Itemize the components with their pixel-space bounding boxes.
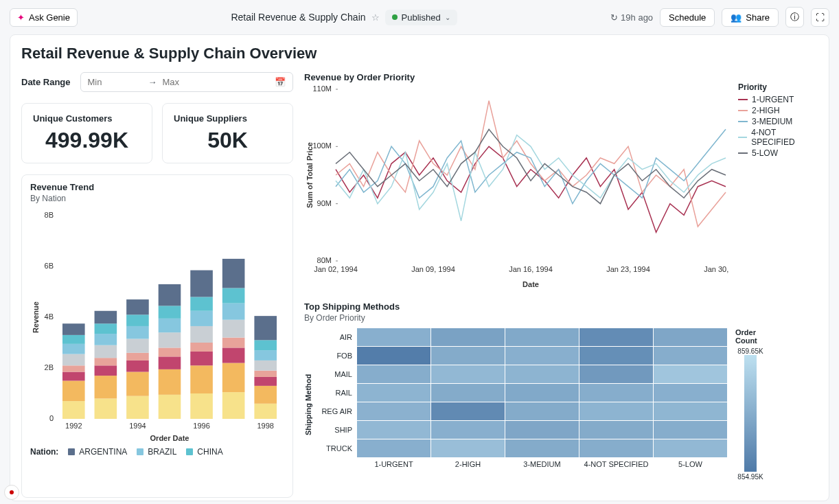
heat-cell[interactable]: [431, 384, 505, 402]
heat-cell[interactable]: [357, 328, 430, 346]
legend-item[interactable]: 4-NOT SPECIFIED: [738, 128, 818, 147]
svg-text:1992: 1992: [65, 422, 82, 430]
color-scale: Order Count 859.65K 854.95K: [735, 328, 766, 481]
svg-rect-6: [62, 401, 85, 419]
svg-rect-40: [190, 352, 213, 365]
calendar-icon[interactable]: 📅: [275, 77, 286, 87]
color-scale-max: 859.65K: [735, 347, 766, 355]
info-button[interactable]: ⓘ: [785, 7, 804, 27]
svg-rect-22: [126, 396, 149, 419]
heat-cell[interactable]: [431, 402, 505, 420]
svg-text:1994: 1994: [129, 422, 146, 430]
heat-cell[interactable]: [579, 402, 653, 420]
shipping-methods-chart: Top Shipping Methods By Order Priority S…: [304, 301, 818, 481]
legend-item[interactable]: ARGENTINA: [68, 447, 127, 457]
refresh-icon: ↻: [610, 12, 618, 23]
heat-cell[interactable]: [357, 421, 430, 439]
svg-rect-48: [222, 347, 245, 363]
legend-item[interactable]: 5-LOW: [738, 148, 818, 158]
svg-rect-46: [222, 392, 245, 419]
revenue-by-priority-chart: Revenue by Order Priority 80M90M100M110M…: [304, 72, 818, 290]
star-icon[interactable]: ☆: [371, 12, 380, 23]
heat-cell[interactable]: [431, 347, 505, 365]
schedule-button[interactable]: Schedule: [660, 8, 715, 27]
legend-item[interactable]: 1-URGENT: [738, 95, 818, 104]
heat-cell[interactable]: [505, 384, 579, 402]
heat-cell[interactable]: [579, 365, 653, 383]
date-range-input[interactable]: → 📅: [80, 72, 293, 92]
svg-text:Jan 16, 1994: Jan 16, 1994: [509, 265, 553, 273]
heat-cell[interactable]: [357, 347, 430, 365]
revenue-priority-plot[interactable]: 80M90M100M110MSum of Total PriceJan 02, …: [304, 82, 730, 290]
heat-cell[interactable]: [505, 402, 579, 420]
legend-line-icon: [738, 137, 747, 138]
legend-line-icon: [738, 152, 748, 154]
heat-cell[interactable]: [357, 439, 430, 457]
svg-rect-21: [95, 311, 117, 324]
heat-row-label: FOB: [315, 352, 356, 360]
legend-line-icon: [738, 110, 748, 111]
legend-item[interactable]: CHINA: [186, 447, 222, 457]
svg-rect-43: [190, 311, 213, 326]
svg-rect-41: [190, 343, 213, 352]
heat-cell[interactable]: [654, 347, 727, 365]
heat-cell[interactable]: [505, 439, 579, 457]
date-min-field[interactable]: [88, 77, 143, 87]
legend-item[interactable]: 3-MEDIUM: [738, 117, 818, 126]
svg-rect-12: [62, 335, 85, 344]
heat-cell[interactable]: [357, 365, 430, 383]
priority-legend: Priority 1-URGENT 2-HIGH 3-MEDIUM 4-NOT …: [738, 82, 818, 290]
svg-rect-55: [254, 386, 277, 404]
heat-cell[interactable]: [505, 365, 579, 383]
heat-cell[interactable]: [579, 439, 653, 457]
heat-cell[interactable]: [654, 421, 727, 439]
kpi-suppliers-value: 50K: [174, 128, 281, 153]
heat-cell[interactable]: [654, 439, 727, 457]
heat-cell[interactable]: [357, 384, 430, 402]
heat-cell[interactable]: [579, 347, 653, 365]
heat-cell[interactable]: [505, 421, 579, 439]
status-dropdown[interactable]: Published ⌄: [385, 10, 457, 25]
heat-row-label: MAIL: [315, 370, 356, 378]
svg-rect-25: [126, 353, 149, 360]
date-range-filter: Date Range → 📅: [21, 72, 293, 92]
heat-cell[interactable]: [579, 384, 653, 402]
heat-cell[interactable]: [431, 365, 505, 383]
ask-genie-label: Ask Genie: [29, 12, 70, 23]
heat-cell[interactable]: [505, 347, 579, 365]
heat-cell[interactable]: [579, 328, 653, 346]
share-button[interactable]: 👥 Share: [722, 8, 779, 27]
svg-rect-58: [254, 360, 277, 371]
status-label: Published: [402, 12, 441, 23]
date-max-field[interactable]: [163, 77, 218, 87]
date-range-label: Date Range: [21, 77, 71, 87]
ask-genie-button[interactable]: ✦ Ask Genie: [10, 8, 78, 27]
svg-rect-33: [159, 347, 181, 356]
corner-badge[interactable]: [4, 485, 19, 500]
color-scale-label: Order Count: [735, 328, 766, 345]
svg-rect-27: [126, 326, 149, 339]
heat-col-label: 5-LOW: [654, 460, 727, 468]
heat-cell[interactable]: [654, 384, 727, 402]
heat-cell[interactable]: [357, 402, 430, 420]
fullscreen-button[interactable]: ⛶: [811, 8, 829, 27]
heat-cell[interactable]: [579, 421, 653, 439]
heat-cell[interactable]: [431, 439, 505, 457]
svg-rect-35: [159, 319, 181, 332]
heat-cell[interactable]: [654, 365, 727, 383]
heat-cell[interactable]: [654, 402, 727, 420]
legend-item[interactable]: BRAZIL: [137, 447, 176, 457]
svg-text:8B: 8B: [45, 211, 54, 219]
legend-line-icon: [738, 121, 748, 122]
heat-cell[interactable]: [431, 421, 505, 439]
revenue-trend-plot[interactable]: 02B4B6B8BRevenue1992199419961998Order Da…: [30, 209, 284, 444]
svg-rect-14: [95, 398, 117, 419]
heat-cell[interactable]: [505, 328, 579, 346]
shipping-heatmap[interactable]: AIRFOBMAILRAILREG AIRSHIPTRUCK: [315, 328, 727, 457]
heat-cell[interactable]: [431, 328, 505, 346]
legend-item[interactable]: 2-HIGH: [738, 106, 818, 115]
heat-row-label: AIR: [315, 333, 356, 341]
refresh-status[interactable]: ↻ 19h ago: [610, 12, 653, 23]
heat-cell[interactable]: [654, 328, 727, 346]
svg-rect-36: [159, 306, 181, 319]
